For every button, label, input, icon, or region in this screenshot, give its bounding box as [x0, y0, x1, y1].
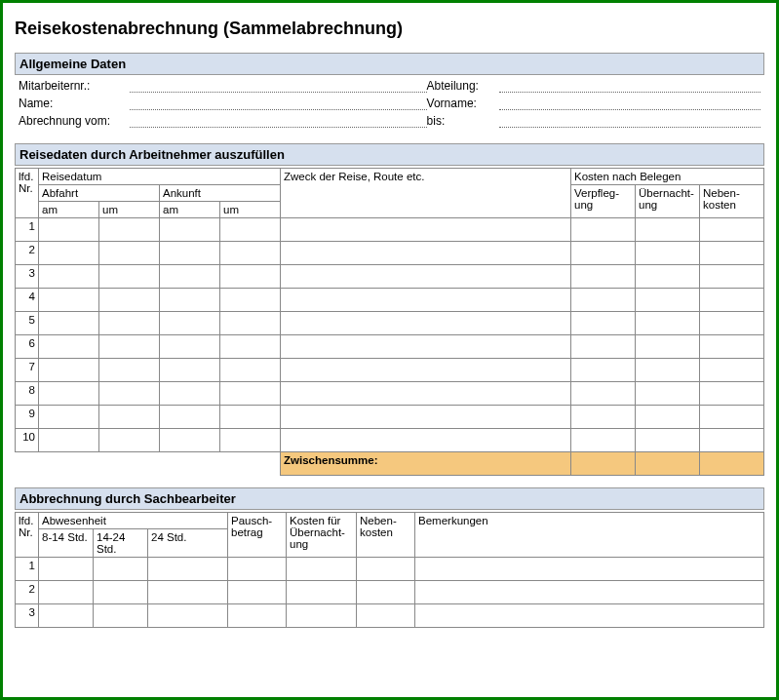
cell[interactable]	[39, 406, 99, 429]
input-line-mitarbeiter[interactable]	[130, 79, 427, 93]
cell[interactable]	[636, 265, 700, 289]
cell[interactable]	[99, 335, 160, 359]
cell[interactable]	[39, 382, 99, 406]
cell[interactable]	[99, 289, 160, 312]
cell[interactable]	[160, 289, 220, 312]
cell[interactable]	[281, 406, 571, 429]
cell[interactable]	[571, 429, 636, 452]
cell[interactable]	[571, 406, 636, 429]
cell[interactable]	[700, 242, 764, 265]
cell[interactable]	[160, 406, 220, 429]
cell[interactable]	[148, 558, 228, 581]
cell[interactable]	[571, 242, 636, 265]
cell[interactable]	[281, 242, 571, 265]
cell[interactable]	[220, 335, 281, 359]
cell[interactable]	[636, 242, 700, 265]
cell[interactable]	[99, 265, 160, 289]
cell[interactable]	[160, 265, 220, 289]
cell[interactable]	[571, 335, 636, 359]
cell[interactable]	[99, 406, 160, 429]
cell[interactable]	[636, 218, 700, 242]
cell[interactable]	[160, 429, 220, 452]
cell[interactable]	[99, 429, 160, 452]
cell[interactable]	[287, 604, 357, 628]
cell[interactable]	[281, 382, 571, 406]
cell[interactable]	[636, 382, 700, 406]
cell[interactable]	[220, 242, 281, 265]
cell[interactable]	[571, 312, 636, 335]
cell[interactable]	[700, 289, 764, 312]
cell[interactable]	[700, 265, 764, 289]
cell[interactable]	[160, 382, 220, 406]
cell[interactable]	[39, 429, 99, 452]
cell[interactable]	[700, 406, 764, 429]
cell[interactable]	[39, 581, 94, 604]
cell[interactable]	[415, 604, 764, 628]
cell[interactable]	[160, 312, 220, 335]
input-line-vorname[interactable]	[499, 97, 760, 110]
cell[interactable]	[700, 382, 764, 406]
cell[interactable]	[220, 429, 281, 452]
cell[interactable]	[220, 382, 281, 406]
cell[interactable]	[160, 359, 220, 382]
cell[interactable]	[99, 242, 160, 265]
input-line-abrechnung-vom[interactable]	[130, 114, 427, 128]
cell[interactable]	[287, 558, 357, 581]
input-line-name[interactable]	[130, 97, 427, 110]
cell[interactable]	[99, 359, 160, 382]
cell[interactable]	[281, 289, 571, 312]
cell[interactable]	[99, 218, 160, 242]
cell[interactable]	[148, 604, 228, 628]
cell[interactable]	[94, 558, 148, 581]
cell[interactable]	[281, 218, 571, 242]
input-line-abteilung[interactable]	[499, 79, 760, 93]
cell[interactable]	[220, 265, 281, 289]
cell[interactable]	[39, 604, 94, 628]
cell[interactable]	[571, 265, 636, 289]
cell[interactable]	[39, 242, 99, 265]
cell[interactable]	[700, 429, 764, 452]
cell[interactable]	[220, 312, 281, 335]
cell[interactable]	[99, 382, 160, 406]
cell[interactable]	[160, 242, 220, 265]
cell[interactable]	[220, 289, 281, 312]
cell[interactable]	[281, 312, 571, 335]
cell[interactable]	[160, 335, 220, 359]
cell[interactable]	[281, 429, 571, 452]
cell[interactable]	[636, 359, 700, 382]
cell[interactable]	[148, 581, 228, 604]
cell[interactable]	[636, 289, 700, 312]
cell[interactable]	[281, 265, 571, 289]
cell[interactable]	[94, 604, 148, 628]
cell[interactable]	[357, 581, 415, 604]
cell[interactable]	[700, 218, 764, 242]
cell[interactable]	[357, 604, 415, 628]
cell[interactable]	[220, 218, 281, 242]
cell[interactable]	[700, 312, 764, 335]
cell[interactable]	[700, 335, 764, 359]
cell[interactable]	[636, 406, 700, 429]
cell[interactable]	[160, 218, 220, 242]
cell[interactable]	[220, 406, 281, 429]
cell[interactable]	[281, 335, 571, 359]
cell[interactable]	[220, 359, 281, 382]
cell[interactable]	[228, 558, 287, 581]
cell[interactable]	[636, 312, 700, 335]
cell[interactable]	[287, 581, 357, 604]
cell[interactable]	[571, 218, 636, 242]
cell[interactable]	[39, 312, 99, 335]
cell[interactable]	[228, 604, 287, 628]
cell[interactable]	[39, 558, 94, 581]
cell[interactable]	[700, 359, 764, 382]
cell[interactable]	[39, 335, 99, 359]
cell[interactable]	[228, 581, 287, 604]
cell[interactable]	[571, 359, 636, 382]
cell[interactable]	[39, 359, 99, 382]
input-line-bis[interactable]	[499, 114, 760, 128]
cell[interactable]	[39, 289, 99, 312]
cell[interactable]	[39, 218, 99, 242]
cell[interactable]	[94, 581, 148, 604]
cell[interactable]	[415, 558, 764, 581]
cell[interactable]	[415, 581, 764, 604]
cell[interactable]	[571, 382, 636, 406]
